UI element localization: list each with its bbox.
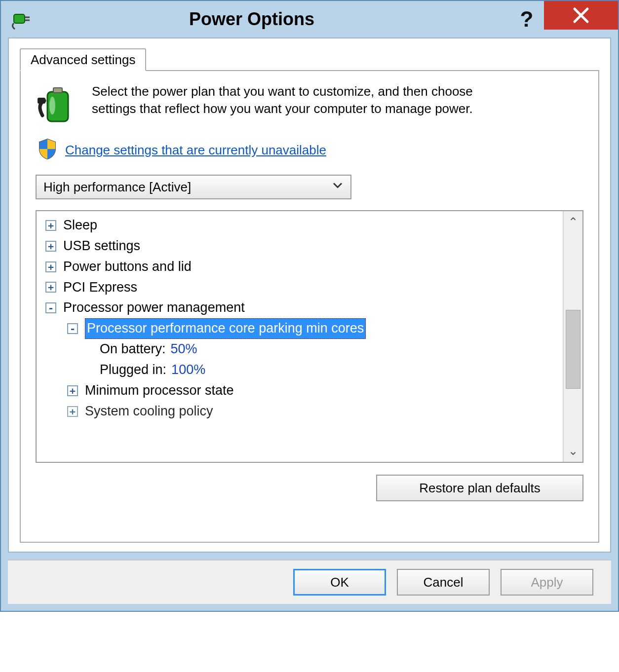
plus-icon[interactable]: + (45, 282, 56, 293)
tree-label: USB settings (63, 236, 140, 257)
tree-item-sleep[interactable]: + Sleep (37, 215, 563, 236)
tree-label-selected: Processor performance core parking min c… (85, 318, 366, 339)
client-area: Advanced settings Select the power plan … (8, 37, 611, 553)
tab-panel: Select the power plan that you want to c… (20, 70, 599, 543)
tree-value: 50% (171, 339, 197, 360)
plus-icon[interactable]: + (45, 261, 56, 272)
close-button[interactable] (544, 1, 618, 30)
dialog-button-row: OK Cancel Apply (8, 560, 611, 604)
power-plan-selected-value: High performance [Active] (43, 180, 191, 195)
power-options-dialog: Power Options ? Advanced settings (0, 0, 619, 612)
intro-text: Select the power plan that you want to c… (92, 83, 516, 117)
plus-icon[interactable]: + (45, 241, 56, 252)
plus-icon[interactable]: + (67, 385, 78, 396)
tree-item-usb-settings[interactable]: + USB settings (37, 236, 563, 257)
tree-label: PCI Express (63, 277, 137, 298)
intro-row: Select the power plan that you want to c… (36, 83, 583, 129)
scroll-down-icon[interactable]: ⌄ (568, 444, 578, 458)
tree-item-core-parking-min-cores[interactable]: - Processor performance core parking min… (37, 318, 563, 339)
tree-label: Minimum processor state (85, 380, 234, 401)
tree-label: System cooling policy (85, 401, 213, 422)
scrollbar[interactable]: ⌃ ⌄ (563, 211, 582, 462)
chevron-down-icon (332, 180, 344, 195)
svg-rect-4 (53, 88, 62, 93)
tree-label: Sleep (63, 215, 97, 236)
tree-item-system-cooling-policy[interactable]: + System cooling policy (37, 401, 563, 422)
tree-item-processor-power-management[interactable]: - Processor power management (37, 298, 563, 318)
power-plan-select[interactable]: High performance [Active] (36, 175, 351, 199)
minus-icon[interactable]: - (67, 323, 78, 334)
help-button[interactable]: ? (509, 2, 544, 37)
scroll-up-icon[interactable]: ⌃ (568, 215, 578, 229)
tree-item-minimum-processor-state[interactable]: + Minimum processor state (37, 380, 563, 401)
settings-tree: + Sleep + USB settings + Power buttons a… (36, 210, 583, 463)
tree-value-label: Plugged in: (100, 360, 166, 380)
svg-point-5 (49, 97, 55, 114)
window-title: Power Options (0, 9, 509, 30)
svg-rect-6 (38, 98, 45, 104)
tree-label: Power buttons and lid (63, 257, 192, 277)
tree-value-label: On battery: (100, 339, 166, 360)
apply-button: Apply (501, 569, 593, 596)
tree-label: Processor power management (63, 298, 245, 318)
settings-tree-items[interactable]: + Sleep + USB settings + Power buttons a… (37, 211, 563, 462)
plus-icon[interactable]: + (45, 220, 56, 231)
uac-shield-icon (38, 138, 57, 162)
tree-item-pci-express[interactable]: + PCI Express (37, 277, 563, 298)
tab-advanced-settings[interactable]: Advanced settings (20, 48, 146, 71)
battery-icon (36, 83, 80, 129)
change-unavailable-settings-link[interactable]: Change settings that are currently unava… (65, 143, 326, 158)
ok-button[interactable]: OK (293, 569, 386, 596)
plus-icon[interactable]: + (67, 406, 78, 417)
tree-value-on-battery[interactable]: On battery: 50% (37, 339, 563, 360)
cancel-button[interactable]: Cancel (397, 569, 490, 596)
tree-value-plugged-in[interactable]: Plugged in: 100% (37, 360, 563, 380)
scrollbar-thumb[interactable] (566, 310, 580, 389)
tab-strip: Advanced settings (20, 48, 599, 71)
tree-item-power-buttons-lid[interactable]: + Power buttons and lid (37, 257, 563, 277)
tree-value: 100% (171, 360, 205, 380)
title-bar: Power Options ? (1, 1, 618, 37)
restore-plan-defaults-button[interactable]: Restore plan defaults (376, 475, 583, 501)
uac-link-row: Change settings that are currently unava… (38, 138, 583, 162)
minus-icon[interactable]: - (45, 302, 56, 313)
